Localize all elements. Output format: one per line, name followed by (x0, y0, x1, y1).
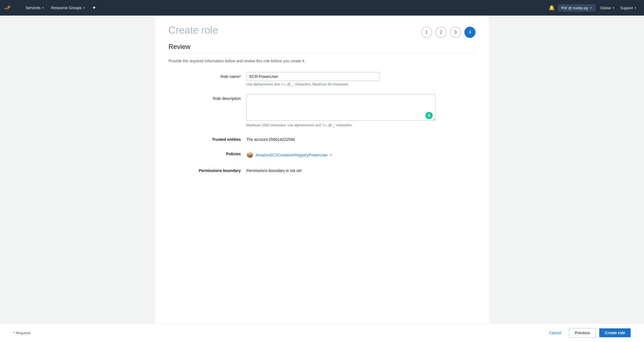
navbar: aws Services ▼ Resource Groups ▼ ✦ 🔔 RW … (0, 0, 644, 16)
policies-row: Policies 📦 AmazonEC2ContainerRegistryPow… (169, 149, 475, 158)
create-role-button[interactable]: Create role (599, 328, 631, 337)
policy-name: AmazonEC2ContainerRegistryPowerUser (256, 153, 328, 157)
global-chevron-icon: ▼ (612, 6, 615, 9)
resource-groups-chevron-icon: ▼ (83, 6, 85, 9)
external-link-icon: ↗ (330, 153, 332, 157)
role-name-input[interactable] (246, 72, 380, 81)
services-label: Services (26, 6, 41, 10)
notification-bell-icon[interactable]: 🔔 (545, 5, 558, 11)
section-divider (169, 53, 475, 53)
previous-button[interactable]: Previous (569, 328, 596, 338)
trusted-entities-row: Trusted entities The account 05601422259… (169, 135, 475, 142)
policy-link[interactable]: AmazonEC2ContainerRegistryPowerUser ↗ (256, 153, 332, 157)
resource-groups-label: Resource Groups (51, 6, 82, 10)
role-description-wrapper: G Maximum 1000 characters. Use alphanume… (246, 94, 441, 127)
pin-icon[interactable]: ✦ (89, 5, 100, 11)
step-1[interactable]: 1 (421, 27, 432, 38)
support-label: Support (620, 6, 633, 10)
services-nav[interactable]: Services ▼ (22, 0, 48, 16)
review-heading: Review (169, 43, 475, 51)
aws-logo[interactable]: aws (4, 3, 18, 12)
global-label: Global (600, 6, 611, 10)
resource-groups-nav[interactable]: Resource Groups ▼ (48, 0, 89, 16)
role-name-row: Role name* Use alphanumeric and '+=,.@-_… (169, 72, 475, 86)
account-selector[interactable]: RW @ buddy-pg ▼ (558, 4, 595, 11)
trusted-entities-value: The account 056014222594 (246, 135, 295, 142)
policies-value-row: 📦 AmazonEC2ContainerRegistryPowerUser ↗ (246, 149, 332, 158)
account-label: RW @ buddy-pg (561, 6, 588, 10)
step-indicators: 1 2 3 4 (421, 27, 475, 38)
role-description-textarea[interactable] (246, 94, 435, 121)
permissions-boundary-value: Permissions boundary is not set (246, 166, 301, 173)
step-2[interactable]: 2 (435, 27, 447, 38)
svg-text:aws: aws (4, 7, 9, 10)
role-name-hint: Use alphanumeric and '+=,.@-_' character… (246, 82, 441, 86)
role-name-wrapper: Use alphanumeric and '+=,.@-_' character… (246, 72, 441, 86)
trusted-entities-label: Trusted entities (169, 135, 246, 142)
role-description-label: Role description (169, 94, 246, 101)
global-region-selector[interactable]: Global ▼ (598, 6, 617, 10)
account-chevron-icon: ▼ (589, 6, 592, 9)
step-3[interactable]: 3 (450, 27, 461, 38)
role-description-hint: Maximum 1000 characters. Use alphanumeri… (246, 123, 441, 127)
cancel-button[interactable]: Cancel (545, 328, 566, 337)
grammarly-icon: G (425, 112, 433, 119)
textarea-wrapper: G (246, 94, 435, 122)
support-nav[interactable]: Support ▼ (618, 6, 640, 10)
policies-label: Policies (169, 149, 246, 156)
permissions-boundary-label: Permissions boundary (169, 166, 246, 173)
review-description: Provide the required information below a… (169, 59, 475, 63)
role-name-label: Role name* (169, 72, 246, 79)
permissions-boundary-row: Permissions boundary Permissions boundar… (169, 166, 475, 173)
support-chevron-icon: ▼ (634, 6, 637, 9)
main-content: Create role 1 2 3 4 Review Provide the r… (155, 16, 489, 342)
required-label: * Required (13, 331, 30, 335)
role-description-row: Role description G Maximum 1000 characte… (169, 94, 475, 127)
policy-cube-icon: 📦 (246, 152, 253, 158)
footer-bar: * Required Cancel Previous Create role (0, 323, 644, 342)
services-chevron-icon: ▼ (42, 6, 44, 9)
step-4-active[interactable]: 4 (464, 27, 475, 38)
